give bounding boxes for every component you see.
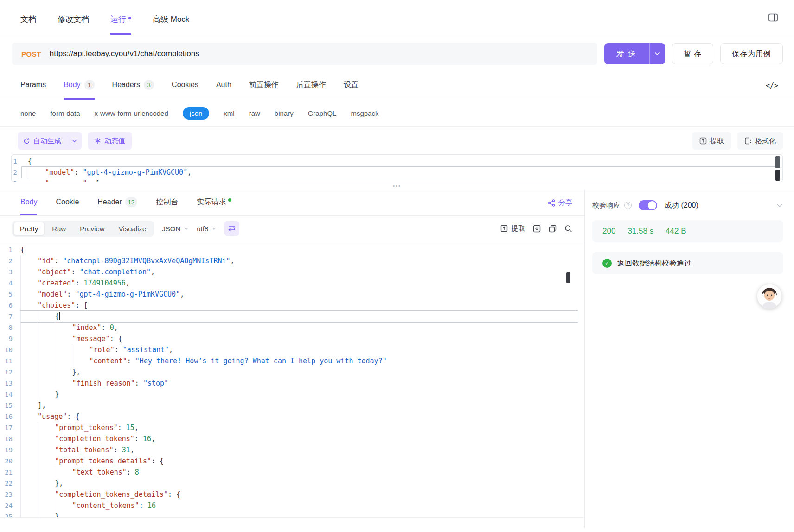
copy-response-button[interactable] [549,225,557,233]
code-line[interactable]: 6 "choices": [ [0,300,584,311]
view-mode-visualize[interactable]: Visualize [112,222,153,235]
body-type-msgpack[interactable]: msgpack [351,109,378,117]
request-body-editor[interactable]: 1{2 "model": "gpt-4-gizmo-g-PimKVGCU0",3… [11,154,783,182]
response-editor-scrollbar[interactable] [566,272,570,283]
line-number: 19 [0,444,20,456]
tab-actual-request[interactable]: 实际请求 [197,190,231,215]
tab-params[interactable]: Params [20,71,46,100]
code-line[interactable]: 2 "id": "chatcmpl-89Dg32IMVQBvxAxVeQAOgM… [0,255,584,266]
tab-cookies[interactable]: Cookies [172,71,198,100]
pane-resize-handle[interactable] [0,182,794,190]
word-wrap-toggle[interactable] [224,221,239,236]
code-line[interactable]: 18 "completion_tokens": 16, [0,433,584,444]
send-options-caret[interactable] [649,43,665,64]
code-line[interactable]: 5 "model": "gpt-4-gizmo-g-PimKVGCU0", [0,289,584,300]
code-line[interactable]: 13 "finish_reason": "stop" [0,378,584,389]
encoding-select[interactable]: utf8 [197,225,217,233]
search-response-button[interactable] [564,225,572,233]
tab-response-header[interactable]: Header12 [97,190,137,215]
format-button[interactable]: 格式化 [737,132,783,150]
tab-run[interactable]: 运行 [110,0,131,35]
code-line[interactable]: 19 "total_tokens": 31, [0,444,584,456]
code-line[interactable]: 2 "model": "gpt-4-gizmo-g-PimKVGCU0", [12,167,782,178]
code-line[interactable]: 15 ], [0,400,584,411]
auto-generate-caret[interactable] [67,136,82,146]
code-view-icon[interactable]: </> [766,82,778,90]
body-type-binary[interactable]: binary [275,109,294,117]
validation-toggle[interactable] [639,200,657,210]
code-line[interactable]: 16 "usage": { [0,411,584,422]
auto-generate-button[interactable]: 自动生成 [18,132,82,150]
tab-advanced-mock[interactable]: 高级 Mock [153,0,189,35]
tab-response-body[interactable]: Body [20,190,37,215]
view-mode-pretty[interactable]: Pretty [13,222,45,235]
tab-post-operations[interactable]: 后置操作 [296,71,326,100]
line-number: 15 [0,400,20,411]
request-editor-scrollbar[interactable] [775,156,780,168]
help-icon[interactable]: ? [624,202,632,209]
copy-icon [549,225,557,233]
view-mode-raw[interactable]: Raw [45,222,72,235]
share-button[interactable]: 分享 [548,198,572,207]
view-mode-preview[interactable]: Preview [73,222,111,235]
body-type-xml[interactable]: xml [224,109,234,117]
code-line[interactable]: 1{ [12,156,782,167]
stash-button[interactable]: 暂 存 [672,43,713,64]
language-select[interactable]: JSON [162,225,189,233]
tab-console[interactable]: 控制台 [156,190,178,215]
tab-settings[interactable]: 设置 [344,71,359,100]
code-line[interactable]: 20 "prompt_tokens_details": { [0,456,584,467]
code-line[interactable]: 17 "prompt_tokens": 15, [0,422,584,433]
code-line[interactable]: 3 "messages": [ [12,178,782,182]
code-line[interactable]: 1{ [0,244,584,255]
code-line[interactable]: 21 "text_tokens": 8 [0,467,584,478]
collapse-chevron-icon[interactable] [776,203,783,208]
line-number: 24 [0,500,20,511]
save-as-case-button[interactable]: 保存为用例 [720,43,783,64]
code-line[interactable]: 22 }, [0,478,584,489]
tab-pre-operations[interactable]: 前置操作 [249,71,279,100]
toggle-sidebar-icon[interactable] [768,13,778,23]
tab-auth[interactable]: Auth [216,71,231,100]
body-type-json[interactable]: json [183,107,210,120]
code-line[interactable]: 24 "content_tokens": 16 [0,500,584,511]
line-number: 18 [0,433,20,444]
download-response-button[interactable] [533,225,541,233]
url-input[interactable]: POST https://api.leebay.cyou/v1/chat/com… [12,43,597,65]
code-line[interactable]: 3 "object": "chat.completion", [0,266,584,278]
code-line[interactable]: 14 } [0,389,584,400]
avatar[interactable] [757,284,782,309]
body-type-urlencoded[interactable]: x-www-form-urlencoded [95,109,168,117]
code-line[interactable]: 4 "created": 1749104956, [0,278,584,289]
line-content: "text_tokens": 8 [20,467,578,478]
request-editor-scrollbar-lower[interactable] [775,170,780,181]
tab-docs[interactable]: 文档 [20,0,36,35]
code-line[interactable]: 25 } [0,511,584,518]
line-content: "message": { [20,333,578,344]
code-line[interactable]: 7 { [0,311,584,322]
tab-headers[interactable]: Headers3 [112,71,154,100]
tab-response-cookie[interactable]: Cookie [56,190,79,215]
tab-edit-docs[interactable]: 修改文档 [58,0,89,35]
line-number: 12 [0,367,20,378]
line-number: 1 [0,244,20,255]
refresh-icon [23,138,30,145]
code-line[interactable]: 9 "message": { [0,333,584,344]
line-number: 25 [0,511,20,518]
body-type-graphql[interactable]: GraphQL [308,109,337,117]
tab-body[interactable]: Body1 [64,71,94,100]
code-line[interactable]: 11 "content": "Hey there! How’s it going… [0,355,584,367]
response-extract-button[interactable]: 提取 [500,224,525,233]
code-line[interactable]: 23 "completion_tokens_details": { [0,489,584,500]
line-number: 8 [0,322,20,333]
code-line[interactable]: 10 "role": "assistant", [0,344,584,355]
response-body-editor[interactable]: 1{2 "id": "chatcmpl-89Dg32IMVQBvxAxVeQAO… [0,241,584,518]
code-line[interactable]: 8 "index": 0, [0,322,584,333]
send-button[interactable]: 发 送 [604,43,665,64]
request-extract-button[interactable]: 提取 [692,132,731,150]
body-type-form-data[interactable]: form-data [50,109,80,117]
body-type-none[interactable]: none [20,109,36,117]
body-type-raw[interactable]: raw [249,109,260,117]
dynamic-value-button[interactable]: 动态值 [88,132,132,150]
code-line[interactable]: 12 }, [0,367,584,378]
